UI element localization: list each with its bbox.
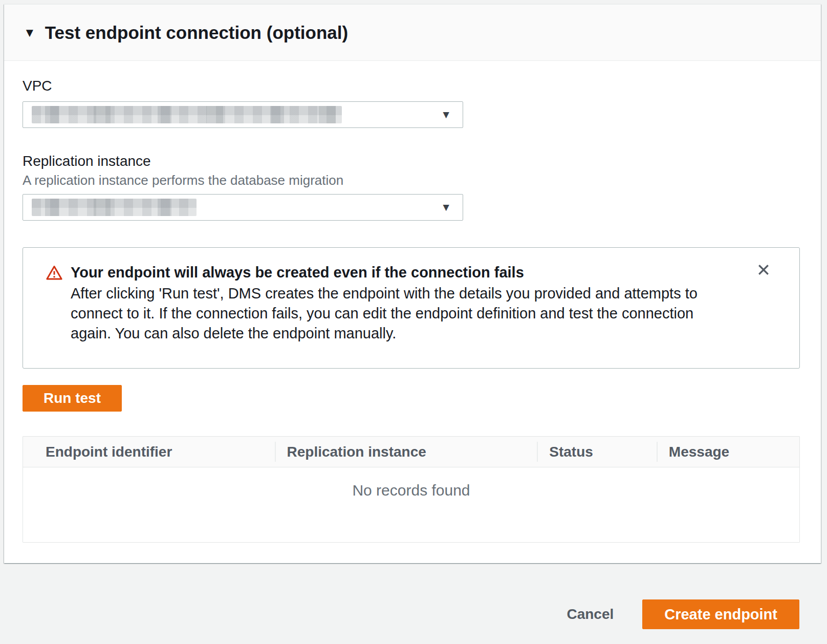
close-icon[interactable] <box>754 261 773 280</box>
replication-instance-selected-value-redacted <box>32 199 197 216</box>
vpc-select[interactable]: ▼ <box>23 101 463 128</box>
section-body: VPC ▼ Replication instance A replication… <box>4 61 821 563</box>
warning-triangle-icon <box>46 264 63 351</box>
form-actions-footer: Cancel Create endpoint <box>0 563 827 644</box>
replication-instance-field: Replication instance A replication insta… <box>23 153 799 221</box>
column-header-message: Message <box>657 437 799 467</box>
table-empty-state: No records found <box>23 467 799 542</box>
section-title: Test endpoint connection (optional) <box>45 23 348 43</box>
section-header-toggle[interactable]: ▼ Test endpoint connection (optional) <box>4 5 821 61</box>
column-header-replication-instance: Replication instance <box>275 437 537 467</box>
warning-body: After clicking 'Run test', DMS creates t… <box>71 284 736 344</box>
warning-text-block: Your endpoint will always be created eve… <box>71 263 736 351</box>
replication-instance-label: Replication instance <box>23 153 799 169</box>
create-endpoint-button[interactable]: Create endpoint <box>642 599 799 629</box>
warning-flashbar: Your endpoint will always be created eve… <box>23 247 800 369</box>
replication-instance-select[interactable]: ▼ <box>23 194 463 221</box>
table-header-row: Endpoint identifier Replication instance… <box>23 437 799 467</box>
vpc-selected-value-redacted <box>32 106 342 123</box>
caret-down-icon: ▼ <box>441 202 451 212</box>
caret-down-icon: ▼ <box>441 109 451 120</box>
test-endpoint-connection-panel: ▼ Test endpoint connection (optional) VP… <box>4 4 821 563</box>
replication-instance-description: A replication instance performs the data… <box>23 173 799 188</box>
no-records-message: No records found <box>352 482 470 499</box>
caret-down-icon: ▼ <box>24 27 36 39</box>
column-header-endpoint-identifier: Endpoint identifier <box>23 437 275 467</box>
run-test-button[interactable]: Run test <box>23 385 122 412</box>
column-header-status: Status <box>537 437 657 467</box>
cancel-button[interactable]: Cancel <box>561 606 619 622</box>
vpc-label: VPC <box>23 77 799 94</box>
warning-title: Your endpoint will always be created eve… <box>71 263 736 282</box>
test-results-table: Endpoint identifier Replication instance… <box>23 436 800 543</box>
vpc-field: VPC ▼ <box>23 77 799 128</box>
